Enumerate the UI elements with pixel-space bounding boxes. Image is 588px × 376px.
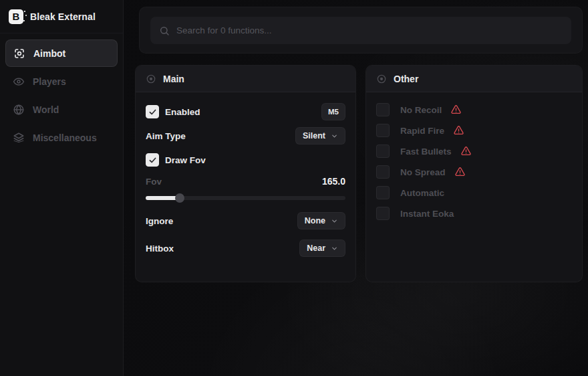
fov-slider[interactable] [146, 193, 345, 203]
sidebar-item-aimbot[interactable]: Aimbot [5, 39, 118, 67]
sidebar-item-label: World [33, 104, 59, 115]
panel-other: Other No Recoil Rapid Fire [365, 65, 583, 282]
no-spread-label: No Spread [400, 167, 446, 177]
hitbox-label: Hitbox [146, 244, 174, 254]
rapid-fire-label: Rapid Fire [400, 126, 444, 136]
panel-main: Main Enabled M5 Aim Type Silent [135, 65, 356, 282]
brand-logo-icon: B [9, 9, 23, 24]
sidebar-item-label: Aimbot [33, 48, 65, 59]
warning-icon [450, 104, 462, 115]
ignore-select[interactable]: None [297, 212, 345, 229]
layers-icon [13, 132, 25, 144]
focus-icon [13, 48, 25, 60]
sidebar-item-label: Players [33, 76, 66, 87]
hitbox-value: Near [307, 244, 325, 253]
chevron-down-icon [331, 245, 338, 252]
row-fov: Fov 165.0 [146, 176, 345, 187]
rapid-fire-checkbox[interactable] [376, 124, 390, 137]
gear-icon [376, 74, 387, 84]
instant-eoka-checkbox[interactable] [376, 207, 390, 220]
row-rapid-fire: Rapid Fire [376, 124, 572, 137]
warning-icon [453, 125, 464, 136]
globe-icon [13, 104, 25, 116]
row-no-spread: No Spread [376, 165, 572, 179]
warning-icon [454, 167, 466, 177]
draw-fov-checkbox[interactable] [146, 153, 159, 167]
no-recoil-label: No Recoil [400, 105, 442, 115]
row-ignore: Ignore None [146, 212, 345, 229]
panel-title: Other [394, 74, 418, 84]
instant-eoka-label: Instant Eoka [400, 209, 454, 219]
warning-icon [460, 146, 472, 157]
fast-bullets-label: Fast Bullets [400, 147, 452, 157]
chevron-down-icon [331, 217, 338, 225]
panel-main-header: Main [136, 66, 355, 92]
aim-type-label: Aim Type [146, 131, 186, 141]
sidebar-item-world[interactable]: World [5, 96, 118, 123]
draw-fov-label: Draw Fov [165, 155, 206, 165]
brand: B Bleak External [0, 0, 123, 33]
ignore-label: Ignore [146, 216, 173, 226]
ignore-value: None [305, 216, 325, 225]
row-enabled: Enabled M5 [146, 103, 345, 120]
panel-other-header: Other [366, 66, 582, 92]
target-icon [146, 74, 156, 84]
search-input[interactable] [176, 25, 563, 35]
sidebar-item-miscellaneous[interactable]: Miscellaneous [5, 124, 118, 151]
search-container [139, 7, 583, 54]
chevron-down-icon [331, 132, 338, 140]
panel-other-body: No Recoil Rapid Fire [366, 103, 582, 220]
panel-title: Main [163, 74, 184, 84]
sidebar-item-label: Miscellaneous [33, 132, 97, 143]
aim-type-value: Silent [303, 131, 325, 140]
content: Main Enabled M5 Aim Type Silent [124, 0, 588, 376]
sidebar-nav: Aimbot Players World [0, 33, 123, 157]
eye-icon [13, 76, 25, 88]
row-no-recoil: No Recoil [376, 103, 572, 116]
row-automatic: Automatic [376, 186, 572, 199]
automatic-label: Automatic [400, 188, 444, 198]
hitbox-select[interactable]: Near [299, 240, 345, 257]
row-aim-type: Aim Type Silent [146, 127, 345, 145]
no-recoil-checkbox[interactable] [376, 103, 390, 116]
fov-slider-thumb[interactable] [175, 193, 184, 203]
panel-main-body: Enabled M5 Aim Type Silent Draw Fov F [136, 103, 355, 257]
aim-type-select[interactable]: Silent [295, 127, 345, 145]
sidebar-item-players[interactable]: Players [5, 68, 118, 95]
sidebar: B Bleak External Aimbot Players [0, 0, 124, 376]
fov-label: Fov [146, 177, 162, 187]
search-icon [159, 25, 170, 36]
fov-value: 165.0 [322, 176, 345, 187]
enabled-label: Enabled [165, 107, 200, 117]
enabled-keybind-button[interactable]: M5 [321, 103, 345, 120]
row-draw-fov: Draw Fov [146, 153, 345, 167]
row-hitbox: Hitbox Near [146, 240, 345, 257]
automatic-checkbox[interactable] [376, 186, 390, 199]
row-fast-bullets: Fast Bullets [376, 145, 572, 158]
row-instant-eoka: Instant Eoka [376, 207, 572, 220]
enabled-checkbox[interactable] [146, 105, 159, 118]
search-box[interactable] [150, 17, 571, 44]
brand-title: Bleak External [30, 11, 96, 22]
no-spread-checkbox[interactable] [376, 165, 390, 179]
fast-bullets-checkbox[interactable] [376, 145, 390, 158]
